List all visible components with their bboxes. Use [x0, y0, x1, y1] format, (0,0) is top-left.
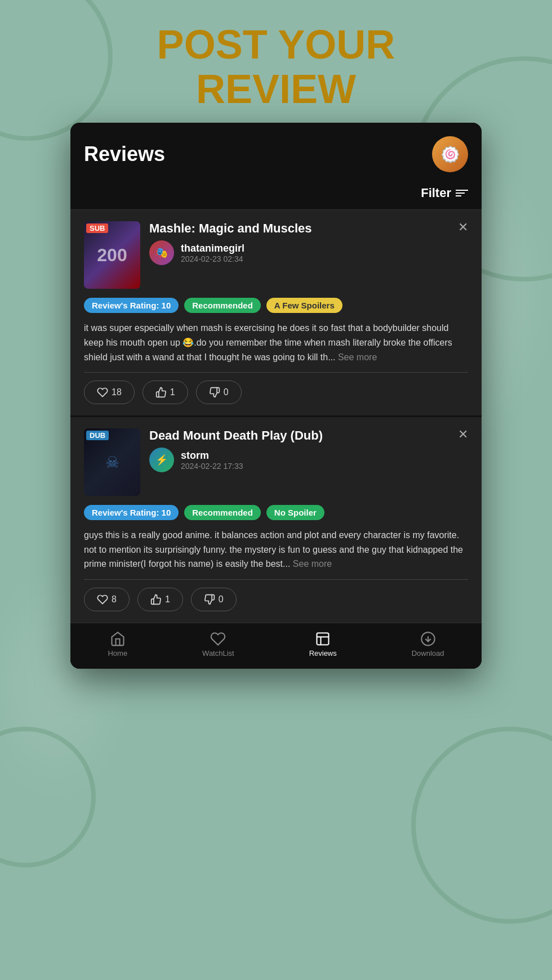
thumbsup-button-1[interactable]: 1 [143, 381, 188, 404]
user-row-1: 🎭 thatanimegirl 2024-02-23 02:34 [149, 240, 468, 265]
spoiler-tag-1: A Few Spoilers [266, 298, 342, 313]
nav-item-home[interactable]: Home [108, 631, 127, 657]
swirl-decoration-4 [411, 727, 552, 924]
filter-bar: Filter [70, 181, 482, 209]
heart-icon [97, 387, 108, 398]
download-icon [420, 631, 436, 647]
review-card-1: 200 SUB Mashle: Magic and Muscles ✕ 🎭 th… [70, 209, 482, 415]
thumbsup-icon-2 [150, 594, 162, 605]
review-card-2: ☠ DUB Dead Mount Death Play (Dub) ✕ ⚡ st… [70, 415, 482, 623]
username-2: storm [181, 450, 243, 462]
user-avatar-2: ⚡ [149, 448, 174, 472]
action-row-2: 8 1 0 [84, 588, 468, 611]
user-avatar-1: 🎭 [149, 240, 174, 265]
thumbsdown-icon [209, 387, 220, 398]
bottom-nav: Home WatchList Reviews Download [70, 623, 482, 669]
like-button-2[interactable]: 8 [84, 588, 130, 611]
anime-header-2: ☠ DUB Dead Mount Death Play (Dub) ✕ ⚡ st… [84, 428, 468, 496]
anime-title-1: Mashle: Magic and Muscles [149, 221, 453, 236]
home-icon [110, 631, 126, 647]
anime-thumbnail-1: 200 SUB [84, 221, 140, 289]
like-count-1: 18 [112, 387, 122, 397]
thumbsdown-count-1: 0 [224, 387, 229, 397]
tags-2: Review's Rating: 10 Recommended No Spoil… [84, 505, 468, 520]
nav-label-home: Home [108, 649, 127, 657]
nav-item-download[interactable]: Download [412, 631, 444, 657]
close-button-1[interactable]: ✕ [458, 221, 468, 234]
svg-rect-0 [317, 633, 329, 645]
review-text-1: it was super especially when mash is exe… [84, 321, 468, 364]
thumbsdown-count-2: 0 [219, 594, 224, 605]
user-row-2: ⚡ storm 2024-02-22 17:33 [149, 448, 468, 472]
thumbsup-icon [155, 387, 167, 398]
thumbsup-button-2[interactable]: 1 [137, 588, 183, 611]
heart-icon-2 [97, 594, 108, 605]
anime-thumbnail-2: ☠ DUB [84, 428, 140, 496]
rating-tag-2: Review's Rating: 10 [84, 505, 179, 520]
timestamp-1: 2024-02-23 02:34 [181, 254, 244, 263]
timestamp-2: 2024-02-22 17:33 [181, 462, 243, 471]
swirl-decoration-3 [0, 727, 96, 867]
nav-label-download: Download [412, 649, 444, 657]
recommended-tag-1: Recommended [184, 298, 261, 313]
app-container: Reviews 🍥 Filter 200 SUB [70, 123, 482, 669]
see-more-1[interactable]: See more [338, 352, 377, 362]
like-count-2: 8 [112, 594, 117, 605]
header: Reviews 🍥 [70, 123, 482, 181]
spoiler-tag-2: No Spoiler [266, 505, 324, 520]
nav-item-watchlist[interactable]: WatchList [202, 631, 234, 657]
divider-1 [84, 372, 468, 373]
nav-label-reviews: Reviews [309, 649, 337, 657]
sub-badge: SUB [86, 223, 108, 233]
avatar[interactable]: 🍥 [432, 136, 468, 172]
tags-1: Review's Rating: 10 Recommended A Few Sp… [84, 298, 468, 313]
user-meta-1: thatanimegirl 2024-02-23 02:34 [181, 243, 244, 263]
filter-icon [456, 190, 468, 196]
header-title: Reviews [84, 142, 165, 166]
user-meta-2: storm 2024-02-22 17:33 [181, 450, 243, 471]
thumbsup-count-1: 1 [170, 387, 175, 397]
heart-nav-icon [210, 631, 226, 647]
anime-header-1: 200 SUB Mashle: Magic and Muscles ✕ 🎭 th… [84, 221, 468, 289]
close-button-2[interactable]: ✕ [458, 428, 468, 441]
nav-label-watchlist: WatchList [202, 649, 234, 657]
filter-button[interactable]: Filter [421, 186, 468, 200]
anime-info-1: Mashle: Magic and Muscles ✕ 🎭 thatanimeg… [149, 221, 468, 265]
like-button-1[interactable]: 18 [84, 381, 135, 404]
anime-info-2: Dead Mount Death Play (Dub) ✕ ⚡ storm 20… [149, 428, 468, 472]
see-more-2[interactable]: See more [293, 559, 332, 569]
anime-title-2: Dead Mount Death Play (Dub) [149, 428, 453, 443]
thumbsdown-icon-2 [204, 594, 215, 605]
thumbsup-count-2: 1 [165, 594, 170, 605]
recommended-tag-2: Recommended [184, 505, 261, 520]
nav-item-reviews[interactable]: Reviews [309, 631, 337, 657]
action-row-1: 18 1 0 [84, 381, 468, 404]
review-text-2: guys this is a really good anime. it bal… [84, 528, 468, 571]
username-1: thatanimegirl [181, 243, 244, 254]
thumbsdown-button-2[interactable]: 0 [191, 588, 237, 611]
dub-badge: DUB [86, 431, 109, 440]
rating-tag-1: Review's Rating: 10 [84, 298, 179, 313]
thumbsdown-button-1[interactable]: 0 [196, 381, 242, 404]
page-title: POST YOUR REVIEW [0, 0, 552, 123]
reviews-icon [315, 631, 331, 647]
divider-2 [84, 579, 468, 580]
